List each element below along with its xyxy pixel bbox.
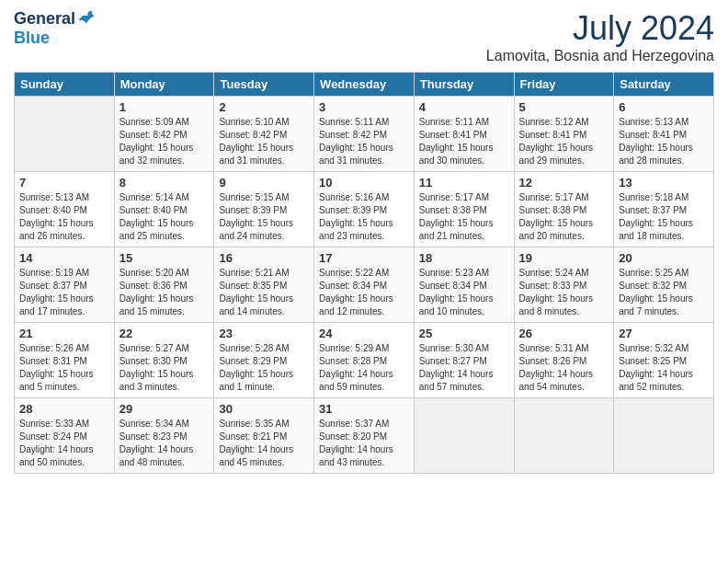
day-info: Sunrise: 5:22 AM Sunset: 8:34 PM Dayligh… [319,267,409,318]
table-row: 22Sunrise: 5:27 AM Sunset: 8:30 PM Dayli… [114,323,214,398]
table-row [414,398,514,474]
header-friday: Friday [514,73,614,97]
table-row: 6Sunrise: 5:13 AM Sunset: 8:41 PM Daylig… [614,97,714,172]
day-info: Sunrise: 5:11 AM Sunset: 8:41 PM Dayligh… [419,116,509,167]
table-row: 18Sunrise: 5:23 AM Sunset: 8:34 PM Dayli… [414,247,514,323]
day-number: 13 [619,176,709,190]
day-info: Sunrise: 5:18 AM Sunset: 8:37 PM Dayligh… [619,191,709,243]
day-number: 5 [519,100,609,114]
calendar-week-row: 1Sunrise: 5:09 AM Sunset: 8:42 PM Daylig… [15,97,714,172]
table-row: 19Sunrise: 5:24 AM Sunset: 8:33 PM Dayli… [514,247,614,323]
day-info: Sunrise: 5:15 AM Sunset: 8:39 PM Dayligh… [219,191,309,243]
table-row: 13Sunrise: 5:18 AM Sunset: 8:37 PM Dayli… [614,172,714,247]
day-number: 9 [219,176,309,190]
table-row: 25Sunrise: 5:30 AM Sunset: 8:27 PM Dayli… [414,323,514,398]
day-number: 30 [219,402,309,416]
day-number: 27 [619,327,709,340]
day-number: 23 [219,327,309,340]
day-info: Sunrise: 5:30 AM Sunset: 8:27 PM Dayligh… [419,342,509,394]
day-number: 22 [119,327,210,340]
page: General Blue July 2024 Lamovita, Bosnia … [0,0,728,563]
table-row: 15Sunrise: 5:20 AM Sunset: 8:36 PM Dayli… [114,247,214,323]
header: General Blue July 2024 Lamovita, Bosnia … [14,9,714,64]
table-row: 8Sunrise: 5:14 AM Sunset: 8:40 PM Daylig… [114,172,214,247]
day-info: Sunrise: 5:26 AM Sunset: 8:31 PM Dayligh… [19,342,109,394]
table-row: 4Sunrise: 5:11 AM Sunset: 8:41 PM Daylig… [414,97,514,172]
day-info: Sunrise: 5:32 AM Sunset: 8:25 PM Dayligh… [619,342,709,394]
header-monday: Monday [114,73,214,97]
day-info: Sunrise: 5:34 AM Sunset: 8:23 PM Dayligh… [119,418,210,469]
day-info: Sunrise: 5:11 AM Sunset: 8:42 PM Dayligh… [319,116,409,167]
day-info: Sunrise: 5:13 AM Sunset: 8:40 PM Dayligh… [19,191,109,243]
day-info: Sunrise: 5:37 AM Sunset: 8:20 PM Dayligh… [319,418,409,469]
day-info: Sunrise: 5:20 AM Sunset: 8:36 PM Dayligh… [119,267,210,318]
day-number: 8 [119,176,210,190]
table-row: 11Sunrise: 5:17 AM Sunset: 8:38 PM Dayli… [414,172,514,247]
day-info: Sunrise: 5:12 AM Sunset: 8:41 PM Dayligh… [519,116,609,167]
calendar-table: Sunday Monday Tuesday Wednesday Thursday… [14,72,714,474]
table-row: 23Sunrise: 5:28 AM Sunset: 8:29 PM Dayli… [214,323,314,398]
table-row: 21Sunrise: 5:26 AM Sunset: 8:31 PM Dayli… [15,323,115,398]
table-row: 7Sunrise: 5:13 AM Sunset: 8:40 PM Daylig… [15,172,115,247]
day-number: 17 [319,251,409,265]
calendar-week-row: 14Sunrise: 5:19 AM Sunset: 8:37 PM Dayli… [15,247,714,323]
day-number: 26 [519,327,609,340]
day-info: Sunrise: 5:25 AM Sunset: 8:32 PM Dayligh… [619,267,709,318]
day-info: Sunrise: 5:13 AM Sunset: 8:41 PM Dayligh… [619,116,709,167]
title-area: July 2024 Lamovita, Bosnia and Herzegovi… [486,9,714,64]
day-number: 11 [419,176,509,190]
day-info: Sunrise: 5:10 AM Sunset: 8:42 PM Dayligh… [219,116,309,167]
table-row: 24Sunrise: 5:29 AM Sunset: 8:28 PM Dayli… [314,323,415,398]
table-row: 31Sunrise: 5:37 AM Sunset: 8:20 PM Dayli… [314,398,415,474]
header-sunday: Sunday [15,73,115,97]
table-row: 3Sunrise: 5:11 AM Sunset: 8:42 PM Daylig… [314,97,415,172]
day-info: Sunrise: 5:21 AM Sunset: 8:35 PM Dayligh… [219,267,309,318]
logo-blue: Blue [14,29,50,48]
day-number: 25 [419,327,509,340]
table-row: 17Sunrise: 5:22 AM Sunset: 8:34 PM Dayli… [314,247,415,323]
day-number: 14 [19,251,109,265]
day-info: Sunrise: 5:17 AM Sunset: 8:38 PM Dayligh… [419,191,509,243]
table-row: 1Sunrise: 5:09 AM Sunset: 8:42 PM Daylig… [114,97,214,172]
day-number: 24 [319,327,409,340]
table-row: 29Sunrise: 5:34 AM Sunset: 8:23 PM Dayli… [114,398,214,474]
logo-bird-icon [77,9,96,26]
day-number: 29 [119,402,210,416]
day-number: 15 [119,251,210,265]
table-row [514,398,614,474]
day-number: 4 [419,100,509,114]
day-number: 21 [19,327,109,340]
table-row [15,97,115,172]
table-row: 12Sunrise: 5:17 AM Sunset: 8:38 PM Dayli… [514,172,614,247]
day-info: Sunrise: 5:19 AM Sunset: 8:37 PM Dayligh… [19,267,109,318]
logo: General Blue [14,9,96,48]
logo-general: General [14,9,75,29]
day-number: 3 [319,100,409,114]
table-row: 27Sunrise: 5:32 AM Sunset: 8:25 PM Dayli… [614,323,714,398]
day-info: Sunrise: 5:24 AM Sunset: 8:33 PM Dayligh… [519,267,609,318]
table-row: 26Sunrise: 5:31 AM Sunset: 8:26 PM Dayli… [514,323,614,398]
calendar-week-row: 28Sunrise: 5:33 AM Sunset: 8:24 PM Dayli… [15,398,714,474]
day-number: 20 [619,251,709,265]
header-thursday: Thursday [414,73,514,97]
header-wednesday: Wednesday [314,73,415,97]
day-info: Sunrise: 5:31 AM Sunset: 8:26 PM Dayligh… [519,342,609,394]
day-info: Sunrise: 5:09 AM Sunset: 8:42 PM Dayligh… [119,116,210,167]
table-row: 16Sunrise: 5:21 AM Sunset: 8:35 PM Dayli… [214,247,314,323]
table-row [614,398,714,474]
table-row: 28Sunrise: 5:33 AM Sunset: 8:24 PM Dayli… [15,398,115,474]
day-number: 28 [19,402,109,416]
day-info: Sunrise: 5:23 AM Sunset: 8:34 PM Dayligh… [419,267,509,318]
calendar-header-row: Sunday Monday Tuesday Wednesday Thursday… [15,73,714,97]
day-number: 6 [619,100,709,114]
calendar-week-row: 21Sunrise: 5:26 AM Sunset: 8:31 PM Dayli… [15,323,714,398]
calendar-week-row: 7Sunrise: 5:13 AM Sunset: 8:40 PM Daylig… [15,172,714,247]
day-info: Sunrise: 5:27 AM Sunset: 8:30 PM Dayligh… [119,342,210,394]
day-number: 16 [219,251,309,265]
day-info: Sunrise: 5:17 AM Sunset: 8:38 PM Dayligh… [519,191,609,243]
day-number: 18 [419,251,509,265]
day-number: 1 [119,100,210,114]
day-info: Sunrise: 5:28 AM Sunset: 8:29 PM Dayligh… [219,342,309,394]
table-row: 14Sunrise: 5:19 AM Sunset: 8:37 PM Dayli… [15,247,115,323]
day-info: Sunrise: 5:33 AM Sunset: 8:24 PM Dayligh… [19,418,109,469]
